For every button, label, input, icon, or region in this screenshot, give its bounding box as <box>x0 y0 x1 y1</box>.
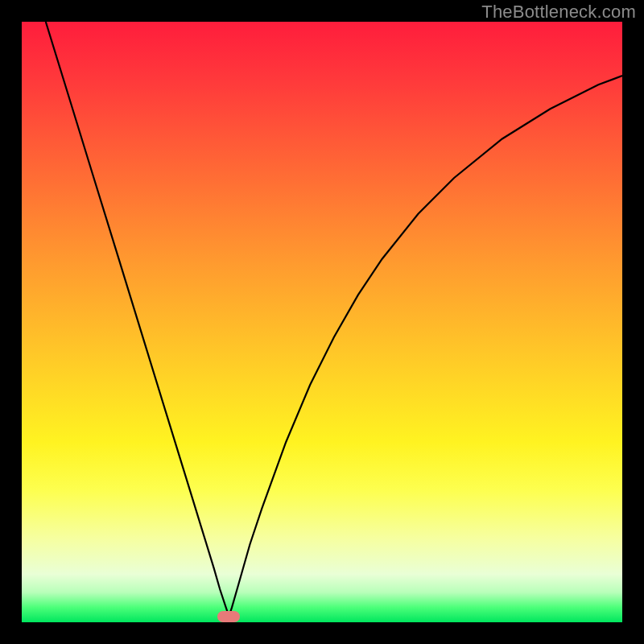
chart-frame: TheBottleneck.com <box>0 0 644 644</box>
watermark-text: TheBottleneck.com <box>481 2 636 23</box>
optimum-marker <box>217 611 240 622</box>
plot-area <box>22 22 622 622</box>
bottleneck-curve <box>46 22 622 617</box>
curve-layer <box>22 22 622 622</box>
